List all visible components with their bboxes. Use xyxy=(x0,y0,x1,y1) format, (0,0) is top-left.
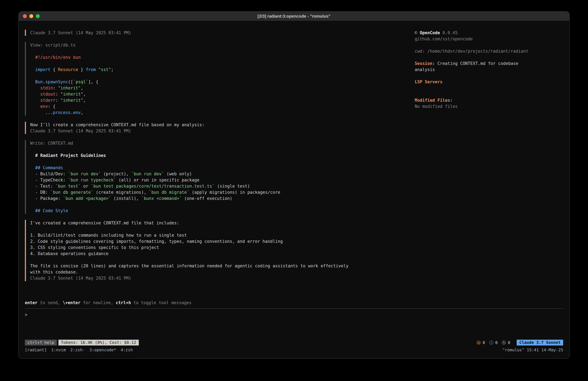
text-line: - TypeCheck: `bun run typecheck` (all) o… xyxy=(30,177,415,183)
text-line: enter to send, \+enter for newline, ctrl… xyxy=(25,300,563,306)
cwd-label: cwd: /home/thdxr/dev/projects/radiant/ra… xyxy=(415,48,563,54)
code-lines: #!/usr/bin/env bun import { Resource } f… xyxy=(30,54,415,116)
minimize-button[interactable] xyxy=(29,14,33,18)
text-line: 2. Code style guidelines covering import… xyxy=(30,238,415,245)
text-line: stdout: "inherit", xyxy=(30,91,415,97)
tool-title: Write: CONTEXT.md xyxy=(30,140,415,146)
sidebar: © OpenCode 0.0.45 github.com/sst/opencod… xyxy=(415,30,563,287)
text-line: ## Code Style xyxy=(30,208,415,214)
tmux-status-bar: [radiant] 1:nvim2:zsh-3:opencode*4:zsh "… xyxy=(25,347,563,353)
prompt-input[interactable]: > xyxy=(25,312,563,318)
tool-title: View: script/db.ts xyxy=(30,42,415,48)
text-line: stderr: "inherit", xyxy=(30,97,415,103)
message-lines: I've created a comprehensive CONTEXT.md … xyxy=(30,220,415,275)
model-selector-chip[interactable]: Claude 3.7 Sonnet xyxy=(517,340,563,345)
text-line: 3. CSS styling conventions specific to t… xyxy=(30,245,415,250)
tmux-session-name: [radiant] xyxy=(25,347,47,353)
text-line: ## Commands xyxy=(30,165,415,171)
text-line: with this codebase. xyxy=(30,269,415,275)
warning-count: 0 xyxy=(483,340,485,345)
zoom-button[interactable] xyxy=(36,14,40,18)
session-info: Session: Creating CONTEXT.md for codebas… xyxy=(415,60,528,73)
assistant-message: I've created a comprehensive CONTEXT.md … xyxy=(25,220,415,281)
terminal-window: [2/3] radiant:3:opencode - "romulus" Cla… xyxy=(18,11,570,359)
warning-icon: Ⓦ xyxy=(477,340,481,345)
text-line: Bun.spawnSync([`psql`], { xyxy=(30,79,415,85)
modified-files-empty: No modified files xyxy=(415,103,563,110)
tmux-host-clock: "romulus" 15:41 14-May-25 xyxy=(503,347,563,353)
conversation: Claude 3.7 Sonnet (14 May 2025 03:41 PM)… xyxy=(25,30,415,287)
text-line: 4. Database operations guidance xyxy=(30,250,415,257)
brand-logo-icon: © xyxy=(415,30,417,35)
info-count: 0 xyxy=(495,340,498,345)
text-line xyxy=(30,202,415,208)
status-bar: ctrl+? help Tokens: 16.4K (8%), Cost: $0… xyxy=(25,340,563,345)
text-line: import { Resource } from "sst"; xyxy=(30,67,415,73)
text-line: - Package: `bun add <package>` (install)… xyxy=(30,195,415,202)
markdown-lines: # Radiant Project Guidelines ## Commands… xyxy=(30,152,415,214)
text-line xyxy=(30,257,415,263)
text-line xyxy=(30,73,415,79)
session-label: Session: xyxy=(415,61,435,66)
lsp-servers-label: LSP Servers xyxy=(415,79,563,85)
diagnostics: Ⓦ 0 ⓘ 0 ⓗ 0 Claude 3.7 Sonnet xyxy=(477,340,563,345)
message-text: Now I'll create a comprehensive CONTEXT.… xyxy=(30,122,415,128)
text-line: - Build/Dev: `bun run dev` (project), `b… xyxy=(30,171,415,177)
text-line: env: { xyxy=(30,103,415,110)
text-line: stdin: "inherit", xyxy=(30,85,415,91)
text-line: - DB: `bun db generate` (create migratio… xyxy=(30,189,415,195)
text-line: - Test: `bun test` or `bun test packages… xyxy=(30,183,415,189)
close-button[interactable] xyxy=(23,14,27,18)
text-line: I've created a comprehensive CONTEXT.md … xyxy=(30,220,415,226)
repo-link[interactable]: github.com/sst/opencode xyxy=(415,36,563,42)
help-hint-chip: ctrl+? help xyxy=(25,340,57,345)
tool-output-write: Write: CONTEXT.md # Radiant Project Guid… xyxy=(25,140,415,214)
opencode-tui: Claude 3.7 Sonnet (14 May 2025 03:41 PM)… xyxy=(19,21,569,359)
text-line: #!/usr/bin/env bun xyxy=(30,54,415,60)
tool-output-view: View: script/db.ts #!/usr/bin/env bun im… xyxy=(25,42,415,116)
tmux-windows: 1:nvim2:zsh-3:opencode*4:zsh xyxy=(51,347,137,353)
message-timestamp: Claude 3.7 Sonnet (14 May 2025 03:41 PM) xyxy=(30,30,415,36)
assistant-message-header: Claude 3.7 Sonnet (14 May 2025 03:41 PM) xyxy=(25,30,415,36)
tmux-window[interactable]: 4:zsh xyxy=(121,348,133,352)
assistant-message: Now I'll create a comprehensive CONTEXT.… xyxy=(25,122,415,134)
columns: Claude 3.7 Sonnet (14 May 2025 03:41 PM)… xyxy=(25,30,563,287)
hint-count: 0 xyxy=(508,340,510,345)
text-line: The file is concise (20 lines) and captu… xyxy=(30,263,415,269)
message-timestamp: Claude 3.7 Sonnet (14 May 2025 03:41 PM) xyxy=(30,128,415,134)
text-line: 1. Build/lint/test commands including ho… xyxy=(30,232,415,238)
text-line: # Radiant Project Guidelines xyxy=(30,152,415,158)
brand: © OpenCode 0.0.45 xyxy=(415,30,563,36)
info-icon: ⓘ xyxy=(489,340,493,345)
brand-name: OpenCode xyxy=(420,30,440,35)
title-bar: [2/3] radiant:3:opencode - "romulus" xyxy=(19,12,569,21)
message-timestamp: Claude 3.7 Sonnet (14 May 2025 03:41 PM) xyxy=(30,275,415,281)
input-divider xyxy=(25,308,563,309)
input-help: enter to send, \+enter for newline, ctrl… xyxy=(25,300,563,306)
tmux-window[interactable]: 3:opencode* xyxy=(89,348,116,352)
hint-icon: ⓗ xyxy=(502,340,506,345)
version-label: 0.0.45 xyxy=(442,30,458,35)
tmux-window[interactable]: 2:zsh- xyxy=(70,348,85,352)
text-line xyxy=(30,226,415,232)
window-title: [2/3] radiant:3:opencode - "romulus" xyxy=(19,14,569,19)
text-line xyxy=(30,158,415,165)
traffic-lights xyxy=(19,14,40,18)
text-line: ...process.env, xyxy=(30,110,415,116)
modified-files-label: Modified Files: xyxy=(415,97,563,103)
tmux-window[interactable]: 1:nvim xyxy=(51,348,66,352)
text-line xyxy=(30,60,415,67)
tokens-cost-chip: Tokens: 16.4K (8%), Cost: $0.12 xyxy=(58,340,139,345)
